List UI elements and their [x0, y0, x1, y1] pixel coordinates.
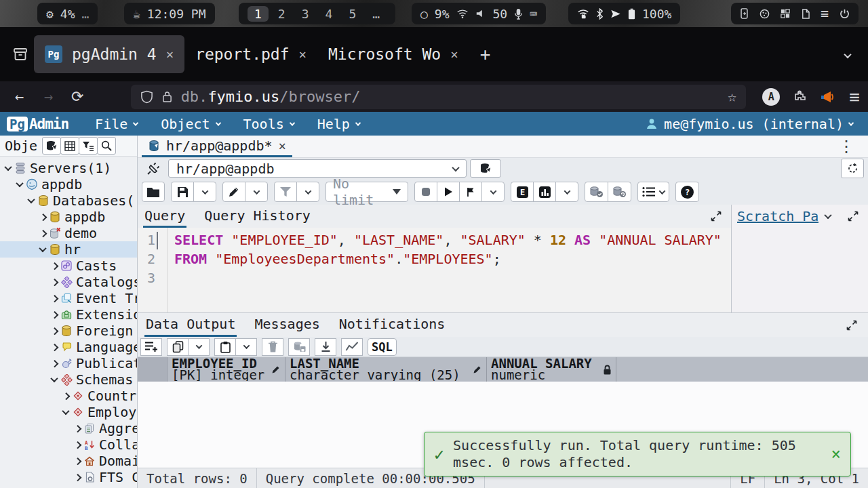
new-tab-button[interactable]: + [469, 44, 502, 64]
tree-item-databases[interactable]: Databases( [0, 192, 137, 209]
tab-notifications[interactable]: Notifications [338, 313, 447, 337]
expand-chevron-icon[interactable] [72, 474, 83, 480]
expand-chevron-icon[interactable] [49, 279, 60, 285]
collapse-chevron-icon[interactable] [14, 182, 25, 187]
tree-item-fts-c[interactable]: FTS C [0, 469, 137, 485]
row-limit-select[interactable]: No limit [326, 182, 408, 202]
show-sql-button[interactable]: SQL [368, 338, 397, 356]
menu-object[interactable]: Object [149, 112, 231, 136]
browser-tab-microsoft[interactable]: Microsoft Wo × [317, 35, 469, 73]
tab-messages[interactable]: Messages [253, 313, 321, 337]
commit-button[interactable] [585, 182, 608, 202]
column-header-last-name[interactable]: LAST_NAMEcharacter varying (25) [285, 357, 487, 382]
scratch-pad-body[interactable] [732, 228, 868, 312]
expand-scratch-icon[interactable] [844, 211, 863, 222]
extensions-puzzle-icon[interactable] [793, 90, 807, 104]
tree-item-publicat[interactable]: Publicat [0, 355, 137, 371]
workspace-4[interactable]: 4 [319, 6, 340, 22]
open-file-button[interactable] [142, 182, 165, 202]
query-tool-tab[interactable]: hr/app@appdb* × [142, 136, 292, 157]
panel-kebab-menu[interactable]: ⋮ [829, 137, 864, 156]
forward-button[interactable]: → [37, 88, 60, 105]
save-file-button[interactable] [171, 182, 194, 202]
browser-menu-icon[interactable]: ≡ [849, 87, 860, 107]
expand-chevron-icon[interactable] [37, 214, 48, 220]
column-header-annual-salary[interactable]: ANNUAL SALARYnumeric [487, 357, 616, 382]
expand-output-icon[interactable] [842, 320, 861, 331]
close-query-tool-icon[interactable]: × [279, 138, 286, 153]
browser-tab-pgadmin[interactable]: Pg pgAdmin 4 × [34, 35, 184, 73]
connection-plug-icon[interactable] [142, 161, 165, 176]
explain-caret[interactable] [555, 182, 578, 202]
expand-chevron-icon[interactable] [49, 296, 60, 301]
expand-chevron-icon[interactable] [49, 344, 60, 350]
tree-item-domai[interactable]: Domai [0, 453, 137, 469]
shield-icon[interactable] [140, 90, 153, 104]
tree-item-employ[interactable]: Employ [0, 404, 137, 420]
reload-button[interactable]: ⟳ [66, 88, 89, 105]
close-tab-icon[interactable]: × [450, 47, 458, 62]
delete-row-button[interactable] [262, 338, 283, 356]
filter-button[interactable] [274, 182, 297, 202]
menu-help[interactable]: Help [306, 112, 372, 136]
quick-status[interactable]: ○ 9% 50 ⌨ [412, 3, 546, 24]
account-icon[interactable]: A [762, 88, 780, 106]
expand-chevron-icon[interactable] [72, 442, 83, 447]
tree-item-hr[interactable]: hr [0, 241, 137, 258]
device-icon[interactable] [740, 8, 749, 19]
expand-chevron-icon[interactable] [49, 328, 60, 333]
tree-item-colla[interactable]: ABColla [0, 436, 137, 453]
workspace-2[interactable]: 2 [271, 6, 292, 22]
filter-options-caret[interactable] [296, 182, 319, 202]
add-row-button[interactable] [140, 338, 162, 356]
download-button[interactable] [315, 338, 336, 356]
user-menu[interactable]: me@fymio.us (internal) [645, 116, 863, 132]
bookmark-star-icon[interactable]: ☆ [728, 88, 736, 105]
save-options-caret[interactable] [193, 182, 216, 202]
tree-item-casts[interactable]: Casts [0, 258, 137, 274]
new-connection-button[interactable] [470, 159, 501, 178]
expand-chevron-icon[interactable] [60, 393, 71, 399]
search-button[interactable] [97, 137, 116, 155]
windows-icon[interactable] [781, 9, 790, 18]
list-tabs-caret[interactable] [834, 48, 861, 61]
fold-chevron-icon[interactable] [157, 230, 165, 249]
collapse-chevron-icon[interactable] [26, 198, 37, 203]
copy-options-caret[interactable] [188, 338, 210, 356]
expand-chevron-icon[interactable] [37, 230, 48, 236]
expand-chevron-icon[interactable] [49, 361, 60, 366]
close-tab-icon[interactable]: × [299, 47, 307, 62]
workspace-1[interactable]: 1 [248, 6, 269, 22]
tree-item-catalogs[interactable]: Catalogs [0, 274, 137, 290]
execute-button[interactable] [437, 182, 460, 202]
url-field[interactable]: db.fymio.us/browser/ ☆ [131, 85, 747, 109]
view-data-button[interactable] [60, 137, 79, 155]
tree-item-countr[interactable]: Countr [0, 388, 137, 404]
collapse-chevron-icon[interactable] [60, 409, 71, 415]
menu-file[interactable]: File [83, 112, 149, 136]
megaphone-extension-icon[interactable] [821, 90, 835, 104]
power-icon[interactable] [840, 9, 850, 19]
tab-query[interactable]: Query [143, 205, 186, 228]
expand-chevron-icon[interactable] [49, 263, 60, 268]
tab-data-output[interactable]: Data Output [144, 313, 237, 337]
refresh-layout-button[interactable] [841, 159, 864, 178]
cpu-indicator[interactable]: ⚙ 4% … [37, 3, 98, 24]
clock[interactable]: ☕ 12:09 PM [124, 3, 215, 24]
menu-tools[interactable]: Tools [232, 112, 306, 136]
execute-caret[interactable] [481, 182, 505, 202]
workspace-5[interactable]: 5 [342, 6, 363, 22]
scratch-caret[interactable] [825, 211, 832, 219]
explain-analyze-button[interactable] [533, 182, 556, 202]
help-button[interactable]: ? [675, 182, 699, 202]
connection-select[interactable]: hr/app@appdb [168, 159, 467, 178]
collapse-chevron-icon[interactable] [37, 247, 48, 252]
tree-item-aggre[interactable]: Aggre [0, 420, 137, 436]
graph-visualiser-button[interactable] [341, 338, 363, 356]
paste-button[interactable] [214, 338, 236, 356]
column-header-employee-id[interactable]: EMPLOYEE_ID[PK] integer [167, 357, 285, 382]
expand-chevron-icon[interactable] [72, 458, 83, 464]
paste-options-caret[interactable] [235, 338, 257, 356]
save-data-button[interactable] [288, 338, 310, 356]
filter-tree-button[interactable] [79, 137, 98, 155]
